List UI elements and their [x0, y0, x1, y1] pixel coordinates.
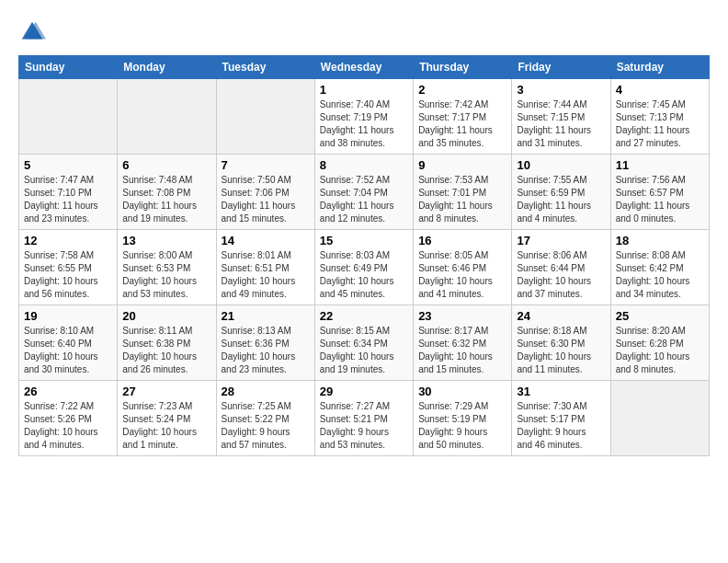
day-info: Sunrise: 8:10 AM Sunset: 6:40 PM Dayligh…	[24, 325, 112, 376]
day-number: 25	[616, 309, 704, 323]
day-info: Sunrise: 7:27 AM Sunset: 5:21 PM Dayligh…	[320, 400, 408, 452]
day-info: Sunrise: 7:25 AM Sunset: 5:22 PM Dayligh…	[222, 400, 310, 452]
calendar-cell: 17Sunrise: 8:06 AM Sunset: 6:44 PM Dayli…	[512, 230, 610, 305]
calendar-cell: 12Sunrise: 7:58 AM Sunset: 6:55 PM Dayli…	[19, 230, 118, 305]
calendar-cell	[19, 79, 118, 155]
calendar-week-4: 19Sunrise: 8:10 AM Sunset: 6:40 PM Dayli…	[19, 305, 710, 381]
calendar-cell: 15Sunrise: 8:03 AM Sunset: 6:49 PM Dayli…	[314, 230, 413, 305]
calendar-cell: 16Sunrise: 8:05 AM Sunset: 6:46 PM Dayli…	[414, 230, 512, 305]
day-number: 8	[320, 158, 408, 172]
weekday-tuesday: Tuesday	[216, 56, 314, 79]
calendar-cell	[216, 79, 314, 155]
calendar-cell: 11Sunrise: 7:56 AM Sunset: 6:57 PM Dayli…	[610, 155, 709, 230]
day-number: 13	[122, 234, 210, 247]
day-info: Sunrise: 8:01 AM Sunset: 6:51 PM Dayligh…	[222, 249, 310, 301]
day-number: 3	[517, 83, 605, 97]
day-number: 12	[24, 234, 112, 247]
day-number: 7	[222, 158, 310, 172]
weekday-wednesday: Wednesday	[314, 56, 413, 79]
calendar-cell: 3Sunrise: 7:44 AM Sunset: 7:15 PM Daylig…	[512, 79, 610, 155]
day-info: Sunrise: 8:20 AM Sunset: 6:28 PM Dayligh…	[616, 325, 704, 376]
day-number: 14	[222, 234, 310, 247]
day-number: 15	[320, 234, 408, 247]
day-info: Sunrise: 8:08 AM Sunset: 6:42 PM Dayligh…	[616, 249, 704, 301]
day-number: 11	[616, 158, 704, 172]
day-number: 6	[122, 158, 210, 172]
day-info: Sunrise: 7:50 AM Sunset: 7:06 PM Dayligh…	[222, 174, 310, 225]
day-number: 29	[320, 385, 408, 398]
header-area	[18, 18, 710, 46]
weekday-monday: Monday	[118, 56, 216, 79]
calendar-cell: 1Sunrise: 7:40 AM Sunset: 7:19 PM Daylig…	[314, 79, 413, 155]
day-number: 30	[418, 385, 506, 398]
calendar-week-5: 26Sunrise: 7:22 AM Sunset: 5:26 PM Dayli…	[19, 381, 710, 456]
day-info: Sunrise: 8:05 AM Sunset: 6:46 PM Dayligh…	[418, 249, 506, 301]
calendar-cell: 25Sunrise: 8:20 AM Sunset: 6:28 PM Dayli…	[610, 305, 709, 381]
weekday-sunday: Sunday	[19, 56, 118, 79]
calendar-cell: 9Sunrise: 7:53 AM Sunset: 7:01 PM Daylig…	[414, 155, 512, 230]
calendar-cell: 7Sunrise: 7:50 AM Sunset: 7:06 PM Daylig…	[216, 155, 314, 230]
logo	[18, 18, 50, 46]
calendar-cell: 8Sunrise: 7:52 AM Sunset: 7:04 PM Daylig…	[314, 155, 413, 230]
calendar-cell: 18Sunrise: 8:08 AM Sunset: 6:42 PM Dayli…	[610, 230, 709, 305]
day-info: Sunrise: 7:29 AM Sunset: 5:19 PM Dayligh…	[418, 400, 506, 452]
day-number: 24	[517, 309, 605, 323]
day-number: 21	[222, 309, 310, 323]
calendar-cell: 22Sunrise: 8:15 AM Sunset: 6:34 PM Dayli…	[314, 305, 413, 381]
day-info: Sunrise: 7:47 AM Sunset: 7:10 PM Dayligh…	[24, 174, 112, 225]
day-info: Sunrise: 8:06 AM Sunset: 6:44 PM Dayligh…	[517, 249, 605, 301]
day-info: Sunrise: 7:42 AM Sunset: 7:17 PM Dayligh…	[418, 98, 506, 150]
calendar-cell: 4Sunrise: 7:45 AM Sunset: 7:13 PM Daylig…	[610, 79, 709, 155]
day-number: 27	[122, 385, 210, 398]
day-number: 28	[222, 385, 310, 398]
day-info: Sunrise: 8:03 AM Sunset: 6:49 PM Dayligh…	[320, 249, 408, 301]
day-info: Sunrise: 8:17 AM Sunset: 6:32 PM Dayligh…	[418, 325, 506, 376]
day-number: 2	[418, 83, 506, 97]
day-info: Sunrise: 7:40 AM Sunset: 7:19 PM Dayligh…	[320, 98, 408, 150]
calendar-cell: 27Sunrise: 7:23 AM Sunset: 5:24 PM Dayli…	[118, 381, 216, 456]
calendar-cell: 19Sunrise: 8:10 AM Sunset: 6:40 PM Dayli…	[19, 305, 118, 381]
calendar-cell: 24Sunrise: 8:18 AM Sunset: 6:30 PM Dayli…	[512, 305, 610, 381]
calendar-cell: 13Sunrise: 8:00 AM Sunset: 6:53 PM Dayli…	[118, 230, 216, 305]
day-number: 22	[320, 309, 408, 323]
day-number: 4	[616, 83, 704, 97]
day-info: Sunrise: 7:23 AM Sunset: 5:24 PM Dayligh…	[122, 400, 210, 452]
calendar-cell: 20Sunrise: 8:11 AM Sunset: 6:38 PM Dayli…	[118, 305, 216, 381]
day-info: Sunrise: 7:52 AM Sunset: 7:04 PM Dayligh…	[320, 174, 408, 225]
day-info: Sunrise: 7:58 AM Sunset: 6:55 PM Dayligh…	[24, 249, 112, 301]
day-info: Sunrise: 8:18 AM Sunset: 6:30 PM Dayligh…	[517, 325, 605, 376]
calendar-cell: 14Sunrise: 8:01 AM Sunset: 6:51 PM Dayli…	[216, 230, 314, 305]
day-info: Sunrise: 7:56 AM Sunset: 6:57 PM Dayligh…	[616, 174, 704, 225]
weekday-saturday: Saturday	[610, 56, 709, 79]
calendar-week-3: 12Sunrise: 7:58 AM Sunset: 6:55 PM Dayli…	[19, 230, 710, 305]
calendar-cell: 29Sunrise: 7:27 AM Sunset: 5:21 PM Dayli…	[314, 381, 413, 456]
calendar-cell: 23Sunrise: 8:17 AM Sunset: 6:32 PM Dayli…	[414, 305, 512, 381]
day-info: Sunrise: 7:48 AM Sunset: 7:08 PM Dayligh…	[122, 174, 210, 225]
calendar-cell: 6Sunrise: 7:48 AM Sunset: 7:08 PM Daylig…	[118, 155, 216, 230]
day-number: 16	[418, 234, 506, 247]
day-number: 9	[418, 158, 506, 172]
calendar-cell: 31Sunrise: 7:30 AM Sunset: 5:17 PM Dayli…	[512, 381, 610, 456]
calendar-cell	[118, 79, 216, 155]
day-number: 18	[616, 234, 704, 247]
day-info: Sunrise: 7:22 AM Sunset: 5:26 PM Dayligh…	[24, 400, 112, 452]
calendar-body: 1Sunrise: 7:40 AM Sunset: 7:19 PM Daylig…	[19, 79, 710, 456]
day-number: 23	[418, 309, 506, 323]
day-number: 1	[320, 83, 408, 97]
day-number: 17	[517, 234, 605, 247]
weekday-thursday: Thursday	[414, 56, 512, 79]
day-number: 19	[24, 309, 112, 323]
day-number: 20	[122, 309, 210, 323]
weekday-header: SundayMondayTuesdayWednesdayThursdayFrid…	[19, 56, 710, 79]
calendar-cell: 10Sunrise: 7:55 AM Sunset: 6:59 PM Dayli…	[512, 155, 610, 230]
calendar-cell: 30Sunrise: 7:29 AM Sunset: 5:19 PM Dayli…	[414, 381, 512, 456]
calendar-table: SundayMondayTuesdayWednesdayThursdayFrid…	[18, 55, 710, 456]
day-info: Sunrise: 7:53 AM Sunset: 7:01 PM Dayligh…	[418, 174, 506, 225]
logo-icon	[18, 18, 46, 46]
calendar-cell: 5Sunrise: 7:47 AM Sunset: 7:10 PM Daylig…	[19, 155, 118, 230]
day-info: Sunrise: 8:00 AM Sunset: 6:53 PM Dayligh…	[122, 249, 210, 301]
calendar-cell: 21Sunrise: 8:13 AM Sunset: 6:36 PM Dayli…	[216, 305, 314, 381]
day-info: Sunrise: 7:45 AM Sunset: 7:13 PM Dayligh…	[616, 98, 704, 150]
calendar-cell: 28Sunrise: 7:25 AM Sunset: 5:22 PM Dayli…	[216, 381, 314, 456]
day-info: Sunrise: 7:44 AM Sunset: 7:15 PM Dayligh…	[517, 98, 605, 150]
